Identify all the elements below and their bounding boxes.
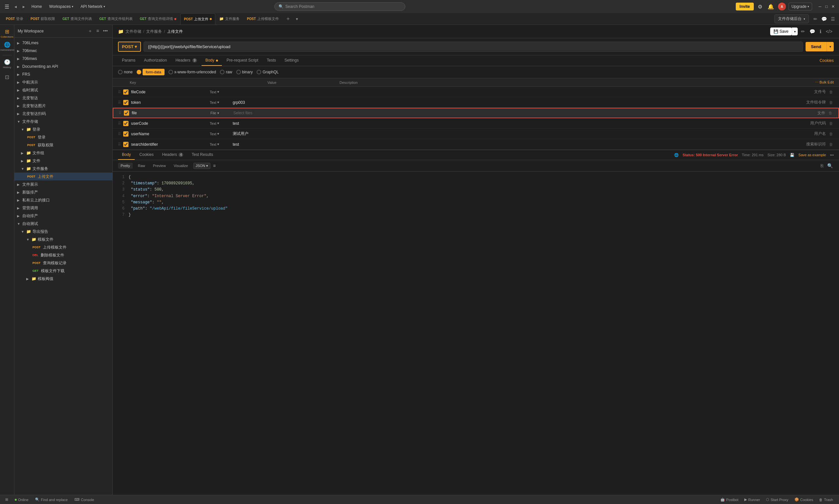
save-example-link[interactable]: Save as example (798, 153, 826, 157)
list-item[interactable]: ▼ 📁 文件服务 (14, 165, 112, 173)
format-visualize-button[interactable]: Visualize (171, 163, 191, 169)
edit-icon[interactable]: ✏ (800, 28, 806, 35)
filter-button[interactable]: ≡ (95, 28, 100, 35)
sidebar-item-environments[interactable]: 🌐 Environments (1, 41, 13, 52)
more-options-button[interactable]: ••• (102, 28, 109, 35)
sidebar-right-icon[interactable]: ☰ (829, 15, 836, 23)
option-binary[interactable]: binary (236, 70, 253, 74)
delete-row-button[interactable]: 🗑 (828, 110, 833, 116)
list-item[interactable]: ▼ 📁 导出报告 (14, 228, 112, 235)
more-options-icon[interactable]: ••• (830, 153, 834, 157)
bottom-start-proxy[interactable]: ⬡ Start Proxy (763, 495, 791, 504)
tab-post-upload[interactable]: POST 上传文件 (180, 14, 215, 24)
home-tab[interactable]: Home (29, 3, 45, 10)
settings-icon[interactable]: ⚙ (756, 2, 764, 11)
sidebar-item-collections[interactable]: ⊞ Collections (1, 28, 13, 39)
list-item[interactable]: ▶ 新版排产 (14, 188, 112, 196)
tab-prerequest[interactable]: Pre-request Script (223, 55, 262, 66)
list-item[interactable]: ▶ 背营调用 (14, 204, 112, 212)
tab-tests[interactable]: Tests (263, 55, 280, 66)
drag-handle[interactable]: ⠿ (118, 121, 123, 126)
delete-row-button[interactable]: 🗑 (828, 131, 834, 137)
bottom-postbot[interactable]: 🤖 Postbot (718, 495, 741, 504)
tab-post-template[interactable]: POST 上传模板文件 (244, 14, 282, 24)
maximize-button[interactable]: □ (824, 4, 829, 9)
resp-tab-cookies[interactable]: Cookies (135, 150, 157, 160)
list-item[interactable]: POST 登录 (14, 133, 112, 141)
forward-button[interactable]: ▸ (21, 3, 27, 11)
delete-row-button[interactable]: 🗑 (828, 142, 834, 147)
list-item[interactable]: ▼ 📁 模板文件 (14, 235, 112, 243)
new-tab-button[interactable]: ＋ (283, 14, 293, 23)
option-none[interactable]: none (118, 70, 133, 74)
drag-handle[interactable]: ⠿ (118, 142, 123, 147)
tab-get-filelist[interactable]: GET 查询文件列表 (59, 14, 95, 24)
list-item[interactable]: ▶ Documenting an API (14, 62, 112, 70)
list-item[interactable]: ▼ 文件存储 (14, 118, 112, 125)
row-type-selector[interactable]: Text ▾ (210, 121, 233, 125)
copy-icon[interactable]: ⎘ (820, 162, 824, 169)
tab-get-groupdetail[interactable]: GET 查询文件组详情 (137, 14, 180, 24)
delete-row-button[interactable]: 🗑 (828, 100, 834, 105)
option-urlencoded[interactable]: x-www-form-urlencoded (169, 70, 216, 74)
bottom-grid-icon[interactable]: ⊞ (3, 498, 10, 502)
list-item[interactable]: ▶ 706mws (14, 55, 112, 62)
row-type-selector[interactable]: File ▾ (210, 111, 233, 115)
list-item[interactable]: DEL 删除模板文件 (14, 251, 112, 259)
tab-overflow-button[interactable]: ▾ (294, 15, 300, 23)
row-checkbox[interactable] (123, 121, 128, 126)
list-item[interactable]: ▶ 📁 模板阀值 (14, 275, 112, 283)
list-item[interactable]: GET 模板文件下载 (14, 267, 112, 275)
add-collection-button[interactable]: ＋ (87, 28, 94, 35)
search-bar[interactable]: 🔍 Search Postman (274, 2, 405, 11)
send-dropdown-button[interactable]: ▾ (826, 42, 834, 51)
row-checkbox[interactable] (123, 89, 128, 95)
row-checkbox[interactable] (123, 131, 128, 137)
list-item[interactable]: ▶ 北变智达扫码 (14, 110, 112, 118)
save-button[interactable]: 💾 Save (770, 28, 792, 35)
list-item[interactable]: ▼ 📁 登录 (14, 125, 112, 133)
drag-handle[interactable]: ⠿ (118, 100, 123, 105)
json-format-selector[interactable]: JSON ▾ (193, 163, 210, 169)
row-type-selector[interactable]: Text ▾ (210, 100, 233, 105)
back-button[interactable]: ◂ (13, 3, 19, 11)
save-dropdown-button[interactable]: ▾ (792, 28, 798, 35)
bell-icon[interactable]: 🔔 (766, 2, 775, 11)
breadcrumb-item-service[interactable]: 文件服务 (146, 29, 162, 34)
bottom-cookies[interactable]: 🍪 Cookies (792, 495, 816, 504)
list-item[interactable]: ▶ 文件展示 (14, 180, 112, 188)
tab-body[interactable]: Body (202, 55, 222, 66)
list-item[interactable]: POST 获取权限 (14, 141, 112, 149)
format-icon[interactable]: ≡ (213, 163, 216, 168)
tab-post-auth[interactable]: POST 获取权限 (27, 14, 58, 24)
sidebar-item-mock[interactable]: ⊡ (1, 71, 13, 83)
drag-handle[interactable]: ⠿ (119, 111, 124, 115)
row-checkbox[interactable] (123, 100, 128, 105)
search-icon[interactable]: 🔍 (826, 162, 834, 169)
list-item[interactable]: ▶ 706mwc (14, 47, 112, 55)
list-item[interactable]: ▶ 📁 文件组 (14, 149, 112, 157)
tab-settings[interactable]: Settings (281, 55, 302, 66)
list-item[interactable]: ▶ FRS (14, 70, 112, 78)
list-item[interactable]: POST 查询模板记录 (14, 259, 112, 267)
info-icon[interactable]: ℹ (818, 28, 823, 35)
row-checkbox[interactable] (123, 142, 128, 147)
tab-post-login[interactable]: POST 登录 (3, 14, 27, 24)
resp-tab-headers[interactable]: Headers 4 (158, 150, 187, 160)
breadcrumb-item-storage[interactable]: 文件存储 (125, 29, 141, 34)
resp-tab-body[interactable]: Body (118, 150, 135, 160)
comment-icon[interactable]: 💬 (808, 28, 816, 35)
list-item[interactable]: ▶ 自动排产 (14, 212, 112, 220)
row-type-selector[interactable]: Text ▾ (210, 142, 233, 146)
row-type-selector[interactable]: Text ▾ (210, 132, 233, 136)
list-item[interactable]: POST 上传模板文件 (14, 243, 112, 251)
format-raw-button[interactable]: Raw (135, 163, 148, 169)
workspaces-button[interactable]: Workspaces ▾ (47, 3, 76, 10)
bottom-console[interactable]: ⌨ Console (72, 498, 96, 502)
tab-authorization[interactable]: Authorization (140, 55, 171, 66)
workspace-selector[interactable]: 文件存储后台 ▾ (774, 14, 809, 23)
format-preview-button[interactable]: Preview (151, 163, 169, 169)
close-button[interactable]: ✕ (831, 4, 836, 9)
tab-headers[interactable]: Headers 9 (171, 55, 200, 66)
drag-handle[interactable]: ⠿ (118, 132, 123, 136)
